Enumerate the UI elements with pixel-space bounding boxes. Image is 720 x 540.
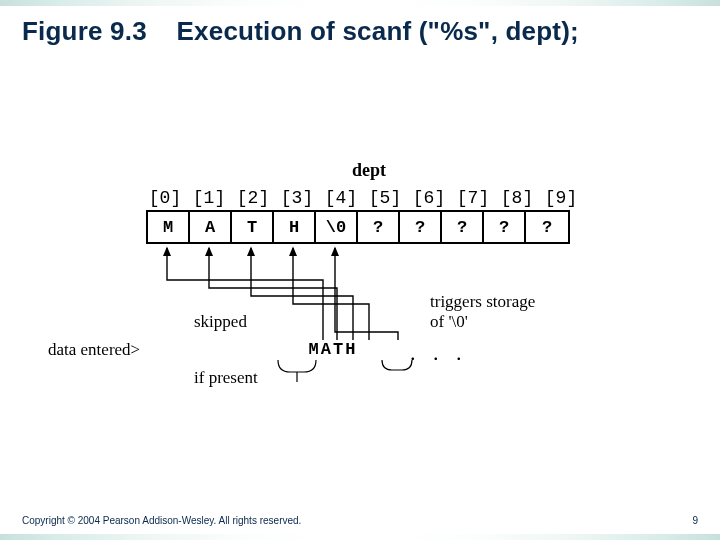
copyright-text: Copyright © 2004 Pearson Addison-Wesley.… <box>22 515 301 526</box>
arrows-svg <box>130 160 600 420</box>
page-number: 9 <box>692 515 698 526</box>
svg-line-1 <box>254 320 297 382</box>
figure-number: Figure 9.3 <box>22 16 147 46</box>
top-gradient-strip <box>0 0 720 6</box>
scanf-diagram: dept [0][1][2][3][4][5][6][7][8][9] M A … <box>130 160 600 420</box>
bottom-gradient-strip <box>0 534 720 540</box>
data-entered-label: data entered> <box>48 340 140 360</box>
figure-caption: Execution of scanf ("%s", dept); <box>177 16 579 46</box>
figure-title: Figure 9.3 Execution of scanf ("%s", dep… <box>22 16 579 47</box>
